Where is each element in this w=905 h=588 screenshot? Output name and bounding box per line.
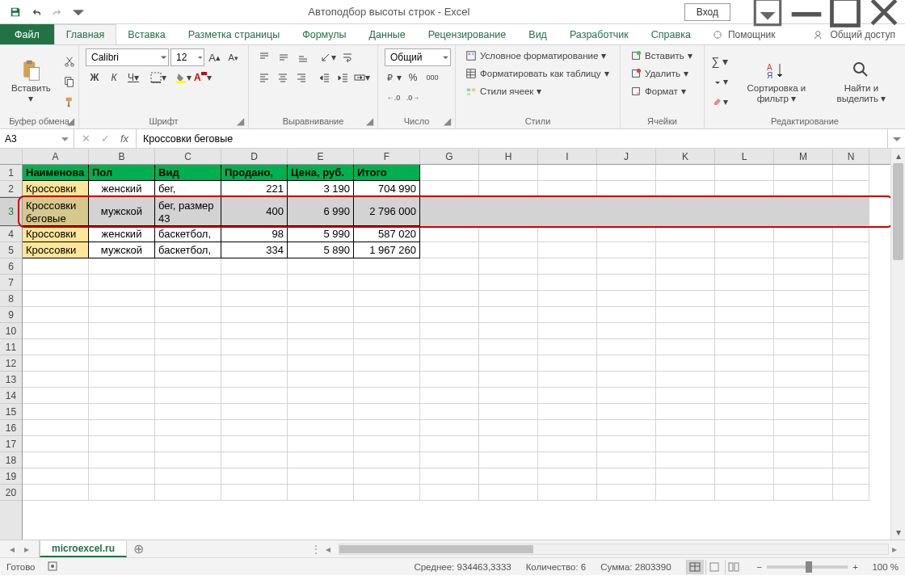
cell[interactable] [221,388,288,404]
cell[interactable] [774,388,833,404]
col-header[interactable]: H [479,149,538,164]
cell[interactable] [221,436,288,452]
cell[interactable] [23,323,89,339]
cell[interactable] [23,468,89,485]
cell[interactable] [479,165,538,181]
align-top-icon[interactable] [255,48,273,66]
row-header[interactable]: 12 [0,355,22,372]
cell[interactable] [23,307,89,323]
cell[interactable] [656,307,715,323]
sheet-nav-next-icon[interactable]: ▸ [21,544,32,555]
cell[interactable] [89,291,155,307]
view-normal-icon[interactable] [686,560,704,574]
wrap-text-icon[interactable] [339,48,356,66]
cell[interactable] [288,258,354,275]
cell[interactable] [420,291,479,307]
cell[interactable]: бег, [155,181,221,197]
cell[interactable] [23,452,89,468]
cell[interactable] [221,307,288,323]
cell[interactable] [23,339,89,355]
decrease-font-icon[interactable]: A▾ [225,48,242,66]
cell[interactable] [221,420,288,436]
cell[interactable] [420,436,479,452]
cell[interactable] [833,165,869,181]
cell[interactable]: мужской [89,197,155,226]
cell[interactable]: Продано, [221,165,288,181]
cell[interactable] [656,226,715,242]
cell[interactable] [288,404,354,420]
cell[interactable] [538,323,597,339]
cell[interactable]: женский [89,181,155,197]
cell[interactable] [774,452,833,468]
cell[interactable] [597,355,656,372]
cell[interactable] [656,275,715,291]
cell[interactable] [597,468,656,485]
sheet-tab[interactable]: microexcel.ru [40,541,127,557]
font-launcher-icon[interactable]: ◢ [235,116,245,126]
cell[interactable] [597,226,656,242]
cell[interactable] [538,485,597,501]
cell[interactable]: 334 [221,242,288,258]
number-launcher-icon[interactable]: ◢ [442,116,452,126]
col-header[interactable]: K [656,149,715,164]
cell[interactable] [774,197,833,226]
cell[interactable] [221,404,288,420]
conditional-formatting-button[interactable]: Условное форматирование ▾ [462,48,613,63]
cell[interactable] [288,355,354,372]
undo-icon[interactable] [27,3,45,21]
row-header[interactable]: 14 [0,388,22,404]
format-cells-button[interactable]: Формат ▾ [627,84,697,99]
cell[interactable]: Вид [155,165,221,181]
cell[interactable] [538,372,597,388]
cell[interactable] [89,372,155,388]
cell[interactable] [354,258,420,275]
cell[interactable] [538,181,597,197]
zoom-thumb[interactable] [806,561,812,573]
find-select-button[interactable]: Найти и выделить ▾ [824,48,899,115]
borders-icon[interactable]: ▾ [149,69,167,86]
cell[interactable] [833,242,869,258]
format-painter-icon[interactable] [61,93,78,111]
cell[interactable] [597,436,656,452]
cell[interactable] [354,339,420,355]
cell[interactable] [23,485,89,501]
cell[interactable] [288,275,354,291]
cell[interactable] [774,404,833,420]
cell[interactable]: Наименова [23,165,89,181]
fill-color-icon[interactable]: ▾ [175,69,192,86]
cell[interactable] [774,242,833,258]
cell[interactable] [155,275,221,291]
cell[interactable]: 5 890 [288,242,354,258]
zoom-out-icon[interactable]: − [757,562,763,572]
cell[interactable] [89,258,155,275]
expand-formula-bar-icon[interactable] [887,129,905,148]
cell[interactable] [538,436,597,452]
fill-icon[interactable]: ▾ [711,73,729,90]
cell[interactable] [597,420,656,436]
cell[interactable] [479,181,538,197]
cell[interactable] [774,436,833,452]
cell[interactable] [597,291,656,307]
cell[interactable] [833,275,869,291]
cell[interactable] [420,323,479,339]
cell[interactable] [597,372,656,388]
decrease-decimal-icon[interactable]: .0→ [404,89,422,107]
cell[interactable] [656,468,715,485]
cell[interactable] [715,307,774,323]
cell[interactable] [715,388,774,404]
orientation-icon[interactable]: ▾ [319,48,337,66]
minimize-button[interactable] [789,1,824,23]
cell[interactable] [155,468,221,485]
col-header[interactable]: F [354,149,420,164]
cell[interactable] [656,339,715,355]
cell[interactable]: Цена, руб. [288,165,354,181]
cell[interactable] [89,307,155,323]
cell[interactable] [538,388,597,404]
cell[interactable] [479,452,538,468]
cell[interactable] [774,420,833,436]
cell[interactable] [656,242,715,258]
cell[interactable] [89,323,155,339]
cell[interactable] [155,388,221,404]
row-header[interactable]: 18 [0,452,22,468]
row-header[interactable]: 1 [0,165,22,181]
